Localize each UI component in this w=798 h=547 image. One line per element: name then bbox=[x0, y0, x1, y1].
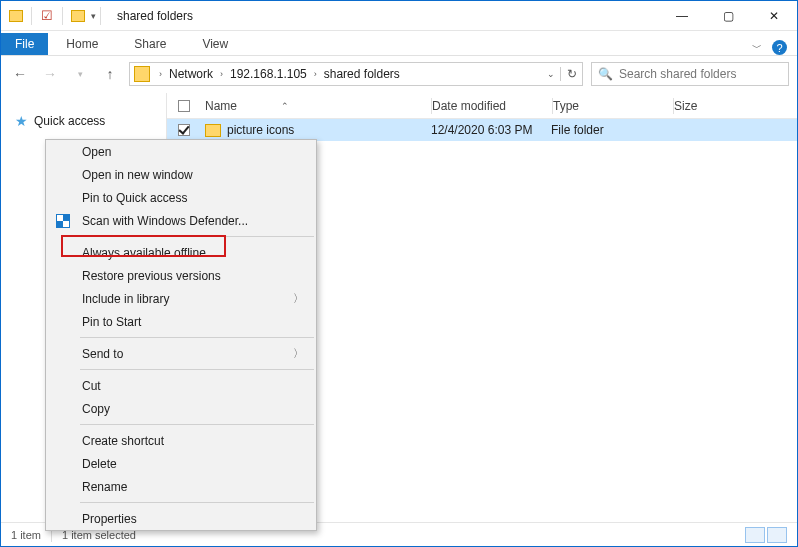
folder-icon bbox=[205, 124, 221, 137]
chevron-right-icon[interactable]: › bbox=[156, 69, 165, 79]
column-header-size[interactable]: Size bbox=[674, 99, 797, 113]
address-dropdown-icon[interactable]: ⌄ bbox=[542, 69, 560, 79]
breadcrumb[interactable]: › Network › 192.168.1.105 › shared folde… bbox=[129, 62, 583, 86]
minimize-button[interactable]: — bbox=[659, 1, 705, 31]
separator bbox=[62, 7, 63, 25]
search-input[interactable]: 🔍 Search shared folders bbox=[591, 62, 789, 86]
context-menu: Open Open in new window Pin to Quick acc… bbox=[45, 139, 317, 531]
maximize-button[interactable]: ▢ bbox=[705, 1, 751, 31]
sort-indicator-icon: ⌃ bbox=[281, 101, 289, 111]
ctx-pin-quick-access[interactable]: Pin to Quick access bbox=[46, 186, 316, 209]
breadcrumb-segment[interactable]: Network bbox=[165, 67, 217, 81]
status-item-count: 1 item bbox=[11, 529, 41, 541]
ctx-rename[interactable]: Rename bbox=[46, 475, 316, 498]
chevron-right-icon: 〉 bbox=[293, 346, 304, 361]
separator bbox=[80, 502, 314, 503]
column-header-type[interactable]: Type bbox=[553, 99, 673, 113]
file-tab[interactable]: File bbox=[1, 33, 48, 55]
window-buttons: — ▢ ✕ bbox=[659, 1, 797, 31]
ctx-scan-defender[interactable]: Scan with Windows Defender... bbox=[46, 209, 316, 232]
properties-qat-button[interactable]: ☑ bbox=[36, 5, 58, 27]
ctx-send-to[interactable]: Send to〉 bbox=[46, 342, 316, 365]
details-view-button[interactable] bbox=[745, 527, 765, 543]
tab-home[interactable]: Home bbox=[48, 33, 116, 55]
view-toggle bbox=[745, 527, 787, 543]
star-icon: ★ bbox=[15, 113, 28, 129]
separator bbox=[31, 7, 32, 25]
sidebar-item-quick-access[interactable]: ★ Quick access bbox=[1, 111, 166, 131]
back-button[interactable]: ← bbox=[9, 63, 31, 85]
ctx-include-library[interactable]: Include in library〉 bbox=[46, 287, 316, 310]
new-folder-qat-button[interactable] bbox=[67, 5, 89, 27]
separator bbox=[80, 337, 314, 338]
tab-share[interactable]: Share bbox=[116, 33, 184, 55]
ctx-properties[interactable]: Properties bbox=[46, 507, 316, 530]
ctx-delete[interactable]: Delete bbox=[46, 452, 316, 475]
separator bbox=[80, 236, 314, 237]
forward-button[interactable]: → bbox=[39, 63, 61, 85]
ctx-pin-start[interactable]: Pin to Start bbox=[46, 310, 316, 333]
column-header-name[interactable]: Name ⌃ bbox=[201, 99, 431, 113]
search-placeholder: Search shared folders bbox=[619, 67, 736, 81]
chevron-right-icon[interactable]: › bbox=[311, 69, 320, 79]
ctx-open[interactable]: Open bbox=[46, 140, 316, 163]
ctx-open-new-window[interactable]: Open in new window bbox=[46, 163, 316, 186]
row-checkbox[interactable] bbox=[167, 124, 201, 136]
separator bbox=[80, 369, 314, 370]
address-bar-row: ← → ▾ ↑ › Network › 192.168.1.105 › shar… bbox=[1, 56, 797, 92]
chevron-right-icon[interactable]: › bbox=[217, 69, 226, 79]
breadcrumb-segment[interactable]: 192.168.1.105 bbox=[226, 67, 311, 81]
thumbnails-view-button[interactable] bbox=[767, 527, 787, 543]
breadcrumb-segment[interactable]: shared folders bbox=[320, 67, 404, 81]
row-name: picture icons bbox=[227, 123, 294, 137]
ctx-copy[interactable]: Copy bbox=[46, 397, 316, 420]
folder-icon bbox=[5, 5, 27, 27]
quick-access-toolbar: ☑ ▾ bbox=[1, 5, 105, 27]
column-header-date[interactable]: Date modified bbox=[432, 99, 552, 113]
ctx-always-available-offline[interactable]: Always available offline bbox=[46, 241, 316, 264]
sidebar-item-label: Quick access bbox=[34, 114, 105, 128]
chevron-right-icon: 〉 bbox=[293, 291, 304, 306]
search-icon: 🔍 bbox=[598, 67, 613, 81]
help-icon[interactable]: ? bbox=[772, 40, 787, 55]
ctx-create-shortcut[interactable]: Create shortcut bbox=[46, 429, 316, 452]
ctx-restore-previous[interactable]: Restore previous versions bbox=[46, 264, 316, 287]
recent-locations-dropdown[interactable]: ▾ bbox=[69, 63, 91, 85]
row-date: 12/4/2020 6:03 PM bbox=[431, 123, 551, 137]
separator bbox=[100, 7, 101, 25]
tab-view[interactable]: View bbox=[184, 33, 246, 55]
defender-shield-icon bbox=[55, 213, 71, 229]
qat-dropdown-icon[interactable]: ▾ bbox=[91, 11, 96, 21]
row-type: File folder bbox=[551, 123, 671, 137]
select-all-checkbox[interactable] bbox=[167, 100, 201, 112]
refresh-button[interactable]: ↻ bbox=[560, 67, 582, 81]
table-row[interactable]: picture icons 12/4/2020 6:03 PM File fol… bbox=[167, 119, 797, 141]
separator bbox=[80, 424, 314, 425]
folder-icon bbox=[134, 66, 150, 82]
ribbon-collapse-icon[interactable]: ﹀ bbox=[752, 41, 762, 55]
title-bar: ☑ ▾ shared folders — ▢ ✕ bbox=[1, 1, 797, 31]
close-button[interactable]: ✕ bbox=[751, 1, 797, 31]
up-button[interactable]: ↑ bbox=[99, 63, 121, 85]
ribbon-tabs: File Home Share View ﹀ ? bbox=[1, 31, 797, 55]
window-title: shared folders bbox=[117, 9, 193, 23]
ctx-cut[interactable]: Cut bbox=[46, 374, 316, 397]
column-headers: Name ⌃ Date modified Type Size bbox=[167, 93, 797, 119]
